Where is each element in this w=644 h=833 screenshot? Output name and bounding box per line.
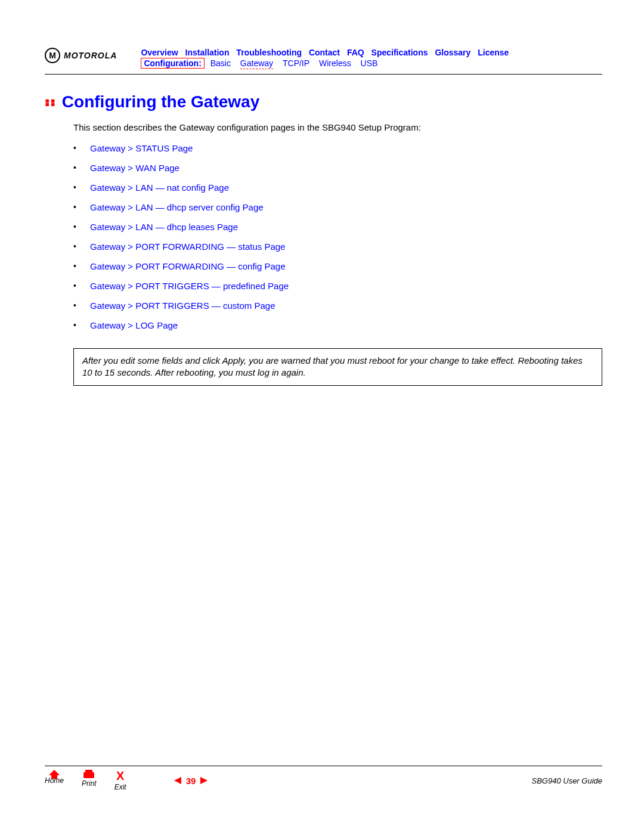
list-item: Gateway > PORT FORWARDING — config Page bbox=[73, 261, 602, 271]
footer-divider bbox=[45, 766, 602, 766]
page-number: 39 bbox=[186, 776, 196, 786]
print-icon bbox=[83, 772, 94, 778]
nav-installation[interactable]: Installation bbox=[185, 48, 230, 57]
subnav-tcpip[interactable]: TCP/IP bbox=[283, 58, 309, 68]
next-page-button[interactable] bbox=[200, 777, 208, 784]
link-gateway-portfwd-config[interactable]: Gateway > PORT FORWARDING — config Page bbox=[90, 261, 285, 271]
link-gateway-lan-dhcp-server[interactable]: Gateway > LAN — dhcp server config Page bbox=[90, 202, 264, 212]
link-gateway-wan[interactable]: Gateway > WAN Page bbox=[90, 163, 179, 173]
list-item: Gateway > STATUS Page bbox=[73, 143, 602, 153]
brand-logo: M MOTOROLA bbox=[45, 48, 117, 63]
list-item: Gateway > PORT TRIGGERS — custom Page bbox=[73, 301, 602, 311]
subnav-gateway[interactable]: Gateway bbox=[240, 58, 273, 69]
exit-icon: X bbox=[114, 770, 126, 782]
nav-faq[interactable]: FAQ bbox=[347, 48, 364, 57]
link-gateway-porttrig-predefined[interactable]: Gateway > PORT TRIGGERS — predefined Pag… bbox=[90, 281, 289, 291]
link-gateway-porttrig-custom[interactable]: Gateway > PORT TRIGGERS — custom Page bbox=[90, 301, 275, 311]
list-item: Gateway > WAN Page bbox=[73, 163, 602, 173]
exit-label: Exit bbox=[114, 783, 126, 791]
nav-troubleshooting[interactable]: Troubleshooting bbox=[236, 48, 302, 57]
secondary-nav: Configuration: Basic Gateway TCP/IP Wire… bbox=[141, 58, 602, 68]
prev-page-button[interactable] bbox=[174, 777, 181, 784]
heading-marker-icon: ▪▪▪▪ bbox=[45, 98, 56, 106]
nav-contact[interactable]: Contact bbox=[309, 48, 340, 57]
link-gateway-status[interactable]: Gateway > STATUS Page bbox=[90, 143, 193, 153]
reboot-note: After you edit some fields and click App… bbox=[73, 348, 602, 386]
list-item: Gateway > LAN — dhcp leases Page bbox=[73, 222, 602, 232]
link-gateway-lan-dhcp-leases[interactable]: Gateway > LAN — dhcp leases Page bbox=[90, 222, 238, 232]
list-item: Gateway > LOG Page bbox=[73, 320, 602, 330]
nav-glossary[interactable]: Glossary bbox=[435, 48, 470, 57]
list-item: Gateway > LAN — nat config Page bbox=[73, 182, 602, 193]
document-title: SBG940 User Guide bbox=[531, 776, 602, 785]
list-item: Gateway > PORT TRIGGERS — predefined Pag… bbox=[73, 281, 602, 291]
subnav-basic[interactable]: Basic bbox=[210, 58, 231, 68]
print-button[interactable]: Print bbox=[82, 770, 97, 788]
subnav-wireless[interactable]: Wireless bbox=[319, 58, 351, 68]
nav-overview[interactable]: Overview bbox=[141, 48, 178, 57]
motorola-batwing-icon: M bbox=[45, 48, 60, 63]
nav-license[interactable]: License bbox=[478, 48, 509, 57]
home-icon bbox=[49, 770, 60, 775]
exit-button[interactable]: X Exit bbox=[114, 770, 126, 791]
print-label: Print bbox=[82, 779, 97, 788]
link-gateway-portfwd-status[interactable]: Gateway > PORT FORWARDING — status Page bbox=[90, 241, 285, 252]
intro-text: This section describes the Gateway confi… bbox=[73, 122, 602, 132]
list-item: Gateway > PORT FORWARDING — status Page bbox=[73, 241, 602, 252]
nav-configuration-label: Configuration: bbox=[141, 58, 204, 69]
list-item: Gateway > LAN — dhcp server config Page bbox=[73, 202, 602, 212]
brand-name: MOTOROLA bbox=[64, 51, 117, 60]
home-button[interactable]: Home bbox=[45, 770, 64, 785]
page-title: Configuring the Gateway bbox=[62, 92, 259, 112]
page-navigator: 39 bbox=[174, 776, 208, 786]
page-links-list: Gateway > STATUS Page Gateway > WAN Page… bbox=[73, 143, 602, 330]
header-divider bbox=[45, 74, 602, 75]
link-gateway-lan-nat[interactable]: Gateway > LAN — nat config Page bbox=[90, 182, 229, 193]
link-gateway-log[interactable]: Gateway > LOG Page bbox=[90, 320, 178, 330]
subnav-usb[interactable]: USB bbox=[361, 58, 378, 68]
nav-specifications[interactable]: Specifications bbox=[371, 48, 428, 57]
primary-nav: Overview Installation Troubleshooting Co… bbox=[141, 48, 602, 57]
